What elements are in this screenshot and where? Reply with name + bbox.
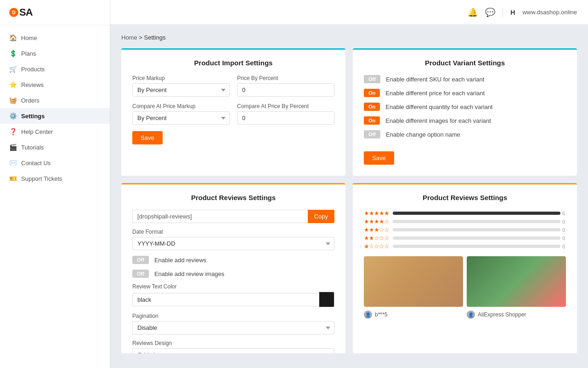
bar-wrap-4: 0	[393, 219, 566, 224]
sidebar-label-plans: Plans	[21, 50, 36, 57]
copy-button[interactable]: Copy	[308, 210, 334, 223]
reviewer-2: 👤 AliExpress Shopper	[467, 310, 566, 319]
bar-wrap-1: 0	[393, 244, 566, 249]
sidebar-item-products[interactable]: 🛒 Products	[0, 61, 110, 77]
color-text-input[interactable]	[132, 293, 319, 306]
breadcrumb-home[interactable]: Home	[121, 34, 137, 41]
reviews-form-title: Product Reviews Settings	[132, 194, 334, 201]
sidebar-label-reviews: Reviews	[21, 81, 44, 88]
stars-2: ★★☆☆☆	[364, 235, 389, 242]
sidebar-item-plans[interactable]: 💲 Plans	[0, 46, 110, 61]
import-save-button[interactable]: Save	[132, 131, 163, 144]
stars-4: ★★★★☆	[364, 218, 389, 225]
home-icon: 🏠	[9, 34, 17, 41]
topbar: 🔔 💬 H www.dsashop.online	[110, 0, 588, 25]
toggle-images-label: Enable different images for each variant	[385, 117, 491, 124]
variant-toggle-option-name: Off Enable change option name	[364, 130, 566, 138]
reviewer-2-avatar: 👤	[467, 310, 475, 319]
settings-icon: ⚙️	[9, 112, 17, 120]
sidebar-item-reviews[interactable]: ⭐ Reviews	[0, 77, 110, 92]
stars-3: ★★★☆☆	[364, 226, 389, 233]
toggle-sku-button[interactable]: Off	[364, 75, 380, 83]
product-variant-panel: Product Variant Settings Off Enable diff…	[353, 48, 577, 176]
sidebar-item-tutorials[interactable]: 🎬 Tutorials	[0, 139, 110, 155]
star-row-3: ★★★☆☆ 0	[364, 226, 566, 233]
price-markup-group: Price Markup By Percent Fixed Amount	[132, 75, 230, 97]
price-by-percent-group: Price By Percent	[237, 75, 334, 97]
shortcode-input[interactable]	[132, 210, 308, 223]
star-count-4: 0	[562, 219, 566, 224]
sidebar-label-home: Home	[21, 34, 37, 41]
panels-grid: Product Import Settings Price Markup By …	[121, 48, 577, 353]
products-icon: 🛒	[9, 65, 17, 73]
price-by-percent-input[interactable]	[237, 83, 334, 97]
enable-add-images-label: Enable add review images	[154, 270, 224, 277]
review-photo-1: 👤 b***5	[364, 256, 463, 319]
topbar-brand-url: www.dsashop.online	[522, 9, 577, 16]
color-swatch[interactable]	[319, 292, 334, 307]
date-format-label: Date Format	[132, 229, 334, 235]
logo-text: SA	[19, 6, 33, 18]
toggle-images-button[interactable]: On	[364, 116, 380, 125]
bar-wrap-3: 0	[393, 227, 566, 233]
toggle-price-button[interactable]: On	[364, 89, 380, 97]
reviewer-1: 👤 b***5	[364, 310, 463, 319]
chat-icon[interactable]: 💬	[485, 7, 495, 17]
content-area: Home > Settings Product Import Settings …	[110, 25, 588, 368]
variant-toggle-quantity: On Enable different quantity for each va…	[364, 103, 566, 111]
compare-by-percent-input[interactable]	[237, 111, 334, 125]
product-reviews-form-panel: Product Reviews Settings Copy Date Forma…	[121, 183, 345, 353]
variant-save-button[interactable]: Save	[364, 151, 394, 165]
bar-bg-2	[393, 236, 560, 240]
bar-fill-5	[393, 212, 560, 215]
enable-add-reviews-button[interactable]: Off	[132, 256, 149, 264]
bar-bg-1	[393, 245, 560, 248]
price-markup-select[interactable]: By Percent Fixed Amount	[132, 83, 230, 97]
enable-add-images-toggle: Off Enable add review images	[132, 270, 334, 278]
pagination-label: Pagination	[132, 313, 334, 319]
variant-toggle-sku: Off Enable different SKU for each varian…	[364, 75, 566, 83]
compare-markup-row: Compare At Price Markup By Percent Fixed…	[132, 103, 334, 125]
enable-add-images-button[interactable]: Off	[132, 270, 149, 278]
color-input-row	[132, 292, 334, 307]
toggle-quantity-label: Enable different quantity for each varia…	[385, 104, 492, 110]
product-variant-title: Product Variant Settings	[364, 59, 566, 67]
breadcrumb-current: Settings	[144, 34, 166, 41]
date-format-select[interactable]: YYYY-MM-DD MM/DD/YYYY DD/MM/YYYY	[132, 237, 334, 250]
star-row-5: ★★★★★ 5	[364, 210, 566, 217]
photo-placeholder-2	[467, 256, 566, 307]
sidebar-item-contact[interactable]: ✉️ Contact Us	[0, 155, 110, 171]
star-count-1: 0	[562, 244, 566, 249]
review-photo-2: 👤 AliExpress Shopper	[467, 256, 566, 319]
variant-toggle-images: On Enable different images for each vari…	[364, 116, 566, 125]
sidebar-item-settings[interactable]: ⚙️ Settings	[0, 108, 110, 124]
compare-by-percent-label: Compare At Price By Percent	[237, 103, 334, 109]
sidebar-item-orders[interactable]: 🧺 Orders	[0, 92, 110, 108]
plans-icon: 💲	[9, 50, 17, 57]
toggle-quantity-button[interactable]: On	[364, 103, 380, 111]
logo: D SA	[0, 0, 110, 25]
reviews-design-select[interactable]: Grid view List view	[132, 348, 334, 353]
bar-bg-5	[393, 212, 560, 215]
star-count-3: 0	[562, 227, 566, 233]
toggle-sku-label: Enable different SKU for each variant	[386, 76, 484, 83]
date-format-group: Date Format YYYY-MM-DD MM/DD/YYYY DD/MM/…	[132, 229, 334, 250]
tutorials-icon: 🎬	[9, 144, 17, 151]
enable-add-reviews-toggle: Off Enable add reviews	[132, 256, 334, 264]
bell-icon[interactable]: 🔔	[468, 7, 478, 17]
sidebar-label-help: Help Center	[21, 128, 53, 135]
stars-5: ★★★★★	[364, 210, 389, 217]
compare-markup-select[interactable]: By Percent Fixed Amount	[132, 111, 230, 125]
tickets-icon: 🎫	[9, 175, 17, 182]
review-photos-row: 👤 b***5 👤 AliExpress Shopper	[364, 256, 566, 319]
review-text-color-label: Review Text Color	[132, 283, 334, 290]
pagination-select[interactable]: Disable Enable	[132, 321, 334, 334]
bar-wrap-2: 0	[393, 236, 566, 241]
sidebar-item-tickets[interactable]: 🎫 Support Tickets	[0, 171, 110, 186]
sidebar-item-home[interactable]: 🏠 Home	[0, 30, 110, 46]
toggle-option-name-button[interactable]: Off	[364, 130, 380, 138]
shortcode-row: Copy	[132, 210, 334, 223]
sidebar-item-help[interactable]: ❓ Help Center	[0, 124, 110, 139]
sidebar-label-settings: Settings	[21, 113, 45, 120]
toggle-price-label: Enable different price for each variant	[385, 90, 485, 97]
